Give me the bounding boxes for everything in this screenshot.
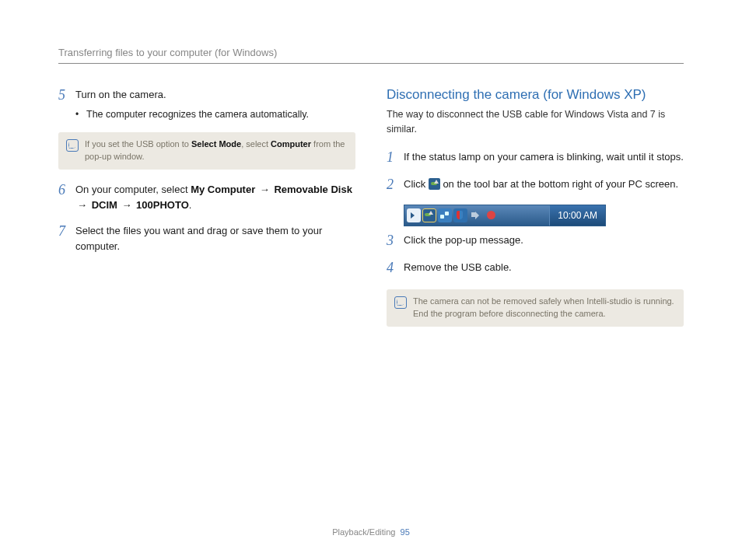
step-body: Remove the USB cable. (404, 260, 684, 275)
step-number: 5 (58, 87, 75, 104)
step-body: Click the pop-up message. (404, 233, 684, 248)
step-body: Click on the tool bar at the bottom righ… (404, 177, 684, 192)
note-box: The camera can not be removed safely whe… (387, 289, 684, 327)
path-100photo: 100PHOTO (136, 199, 189, 211)
bullet-text: The computer recognizes the camera autom… (86, 107, 355, 122)
step-number: 3 (387, 233, 404, 250)
tray-volume-icon (469, 208, 483, 222)
step-body: If the status lamp on your camera is bli… (404, 149, 684, 165)
note-text: If you set the USB option to Select Mode… (85, 138, 348, 163)
step-5: 5 Turn on the camera. • The computer rec… (58, 87, 355, 121)
note-box: If you set the USB option to Select Mode… (58, 132, 355, 170)
step-7: 7 Select the files you want and drag or … (58, 223, 355, 254)
note-pre: If you set the USB option to (85, 139, 191, 149)
step-2: 2 Click on the tool bar at the bottom ri… (387, 177, 684, 194)
page-footer: Playback/Editing 95 (0, 527, 742, 537)
step-number: 4 (387, 260, 404, 277)
step6-pre: On your computer, select (75, 184, 191, 195)
note-mid: , select (241, 139, 271, 149)
step-text: Turn on the camera. (75, 89, 166, 100)
note-bold1: Select Mode (191, 139, 241, 149)
step-number: 2 (387, 177, 404, 194)
step-1: 1 If the status lamp on your camera is b… (387, 149, 684, 166)
arrow-icon: → (77, 199, 87, 211)
page-number: 95 (401, 527, 410, 537)
step-body: Select the files you want and drag or sa… (75, 223, 355, 254)
tray-security-icon (453, 208, 467, 222)
tray-clock: 10:00 AM (549, 205, 605, 226)
safely-remove-icon (429, 178, 440, 190)
note-text: The camera can not be removed safely whe… (413, 296, 676, 320)
step-3: 3 Click the pop-up message. (387, 233, 684, 250)
note-bold2: Computer (271, 139, 311, 149)
bullet-dot: • (75, 107, 86, 122)
arrow-icon: → (260, 184, 270, 195)
step2-pre: Click (404, 178, 429, 190)
bullet-item: • The computer recognizes the camera aut… (75, 107, 355, 122)
footer-section: Playback/Editing (332, 527, 395, 537)
section-subtitle: The way to disconnect the USB cable for … (387, 107, 684, 137)
note-icon (66, 139, 79, 152)
path-removable: Removable Disk (274, 184, 352, 195)
tray-expand-icon (407, 208, 421, 222)
step-number: 1 (387, 149, 404, 166)
step-body: On your computer, select My Computer → R… (75, 182, 355, 212)
path-mycomputer: My Computer (191, 184, 255, 195)
content-columns: 5 Turn on the camera. • The computer rec… (58, 87, 684, 339)
note-icon (394, 296, 407, 309)
system-tray-image: 10:00 AM (404, 205, 606, 226)
section-title: Disconnecting the camera (for Windows XP… (387, 87, 684, 103)
step-number: 7 (58, 223, 75, 240)
left-column: 5 Turn on the camera. • The computer rec… (58, 87, 355, 339)
tray-icons (404, 205, 549, 226)
arrow-icon: → (121, 199, 131, 211)
path-dcim: DCIM (92, 199, 117, 211)
step2-post: on the tool bar at the bottom right of y… (440, 178, 678, 190)
step-body: Turn on the camera. • The computer recog… (75, 87, 355, 121)
step-4: 4 Remove the USB cable. (387, 260, 684, 277)
tray-help-icon (485, 208, 499, 222)
tray-network-icon (438, 208, 452, 222)
step-6: 6 On your computer, select My Computer →… (58, 182, 355, 212)
step-number: 6 (58, 182, 75, 199)
tray-safely-remove-icon (422, 208, 436, 222)
step6-end: . (189, 199, 192, 211)
right-column: Disconnecting the camera (for Windows XP… (387, 87, 684, 339)
page-header: Transferring files to your computer (for… (58, 47, 684, 64)
